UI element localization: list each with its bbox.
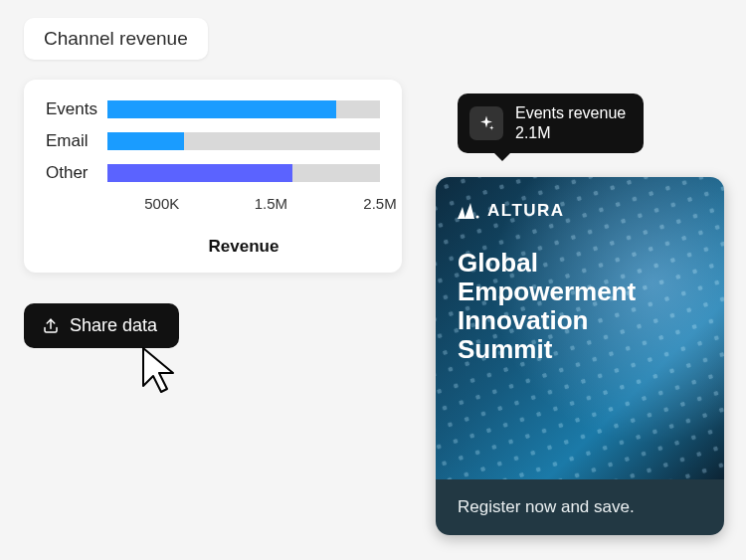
axis-tick: 2.5M <box>363 195 396 212</box>
x-axis-label: Revenue <box>107 237 380 257</box>
bar-row: Email <box>46 131 380 151</box>
tooltip-text: Events revenue 2.1M <box>515 103 626 143</box>
share-data-button[interactable]: Share data <box>24 303 179 348</box>
bar-fill <box>107 164 292 182</box>
share-icon <box>42 317 60 335</box>
svg-point-0 <box>475 215 478 218</box>
bar-label: Other <box>46 163 107 183</box>
tooltip-line2: 2.1M <box>515 123 626 143</box>
cursor-icon <box>139 346 181 402</box>
promo-title-l1: Global <box>458 249 702 278</box>
bar-rows: EventsEmailOther <box>46 99 380 183</box>
promo-title-l3: Innovation <box>458 306 702 335</box>
axis-tick: 1.5M <box>255 195 287 212</box>
promo-title: Global Empowerment Innovation Summit <box>458 249 702 364</box>
page-title-text: Channel revenue <box>44 28 188 49</box>
events-revenue-tooltip: Events revenue 2.1M <box>458 93 644 153</box>
bar-row: Other <box>46 163 380 183</box>
share-button-label: Share data <box>70 315 157 336</box>
bar-fill <box>107 100 336 118</box>
bar-fill <box>107 132 184 150</box>
bar-row: Events <box>46 99 380 119</box>
page-title: Channel revenue <box>24 18 208 60</box>
axis-tick: 500K <box>144 195 179 212</box>
bar-label: Email <box>46 131 107 151</box>
promo-hero: ALTURA Global Empowerment Innovation Sum… <box>436 177 724 479</box>
bar-label: Events <box>46 99 107 119</box>
promo-card[interactable]: ALTURA Global Empowerment Innovation Sum… <box>436 177 724 535</box>
brand-name: ALTURA <box>487 201 565 221</box>
channel-revenue-chart: EventsEmailOther 500K1.5M2.5M Revenue <box>24 80 402 273</box>
promo-title-l4: Summit <box>458 335 702 364</box>
bar-track <box>107 100 380 118</box>
x-axis-ticks: 500K1.5M2.5M <box>107 195 380 215</box>
bar-track <box>107 132 380 150</box>
promo-cta[interactable]: Register now and save. <box>436 479 724 535</box>
promo-cta-text: Register now and save. <box>458 497 635 516</box>
promo-title-l2: Empowerment <box>458 278 702 306</box>
bar-track <box>107 164 380 182</box>
promo-brand: ALTURA <box>458 201 702 221</box>
brand-mark-icon <box>458 203 479 219</box>
sparkle-icon <box>469 106 503 140</box>
tooltip-line1: Events revenue <box>515 103 626 123</box>
